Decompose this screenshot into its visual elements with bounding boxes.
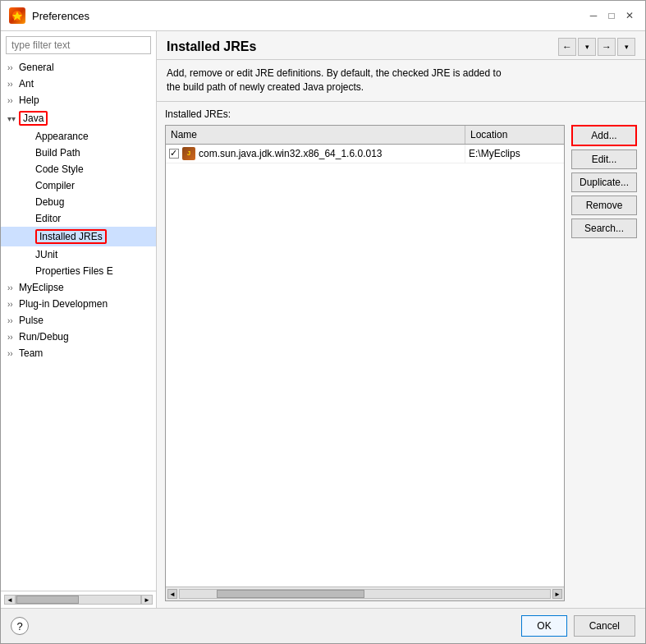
minimize-button[interactable]: ─ [586, 8, 601, 23]
right-toolbar: ← ▾ → ▾ [558, 38, 635, 56]
forward-button[interactable]: → [598, 38, 616, 56]
sidebar-item-ant[interactable]: › Ant [1, 76, 156, 92]
sidebar-item-label: MyEclipse [19, 282, 64, 293]
h-scroll-left[interactable]: ◄ [167, 589, 177, 599]
sidebar-item-label: Pulse [19, 315, 44, 326]
arrow-icon: › [7, 96, 16, 105]
sidebar-item-appearance[interactable]: › Appearance [1, 128, 156, 145]
jres-table-body: J com.sun.java.jdk.win32.x86_64_1.6.0.01… [166, 145, 564, 586]
edit-button[interactable]: Edit... [571, 150, 637, 169]
title-bar: Preferences ─ □ ✕ [1, 1, 645, 31]
sidebar-item-label: Run/Debug [19, 331, 69, 343]
back-dropdown-button[interactable]: ▾ [578, 38, 596, 56]
sidebar-item-compiler[interactable]: › Compiler [1, 177, 156, 194]
right-panel-title: Installed JREs [167, 39, 256, 54]
jres-area: Name Location J com.sun.java.jdk.win32.x… [165, 125, 637, 601]
arrow-icon: › [7, 333, 16, 342]
sidebar-item-installed-jres[interactable]: › Installed JREs [1, 227, 156, 246]
right-content: Installed JREs: Name Location J [157, 102, 645, 608]
jre-name-text: com.sun.java.jdk.win32.x86_64_1.6.0.013 [199, 148, 382, 159]
scroll-right-button[interactable]: ► [141, 595, 153, 605]
filter-input[interactable] [6, 36, 151, 54]
left-panel-scrollbar: ◄ ► [1, 591, 156, 608]
sidebar-item-editor[interactable]: › Editor [1, 210, 156, 227]
col-location: Location [465, 126, 564, 144]
scroll-thumb [16, 596, 79, 604]
sidebar-item-label: Properties Files E [35, 265, 113, 277]
table-row[interactable]: J com.sun.java.jdk.win32.x86_64_1.6.0.01… [166, 145, 564, 163]
sidebar-item-code-style[interactable]: › Code Style [1, 161, 156, 177]
sidebar-item-label: Code Style [35, 163, 84, 175]
sidebar-item-team[interactable]: › Team [1, 345, 156, 361]
forward-dropdown-button[interactable]: ▾ [617, 38, 635, 56]
scroll-track[interactable] [16, 595, 141, 605]
sidebar-item-label: Debug [35, 196, 64, 208]
sidebar-item-label: Installed JREs [35, 229, 107, 244]
left-panel: › General › Ant › Help ▾ Java [1, 31, 157, 608]
title-bar-left: Preferences [9, 7, 89, 24]
arrow-icon: › [7, 63, 16, 72]
sidebar-item-java[interactable]: ▾ Java [1, 108, 156, 128]
maximize-button[interactable]: □ [604, 8, 619, 23]
table-scrollbar: ◄ ► [166, 586, 564, 600]
sidebar-item-help[interactable]: › Help [1, 92, 156, 108]
app-icon [9, 7, 25, 24]
cancel-button[interactable]: Cancel [574, 615, 635, 637]
jre-icon: J [182, 147, 195, 160]
arrow-icon: › [7, 316, 16, 325]
jres-table: Name Location J com.sun.java.jdk.win32.x… [165, 125, 565, 601]
jres-action-buttons: Add... Edit... Duplicate... Remove Searc… [571, 125, 637, 601]
sidebar-item-label: Editor [35, 213, 61, 224]
sidebar-item-label: Compiler [35, 180, 75, 191]
sidebar-item-label: Help [19, 94, 39, 106]
sidebar-item-junit[interactable]: › JUnit [1, 246, 156, 263]
sidebar-item-build-path[interactable]: › Build Path [1, 145, 156, 161]
description-text: Add, remove or edit JRE definitions. By … [167, 67, 502, 93]
tree: › General › Ant › Help ▾ Java [1, 59, 156, 591]
search-button[interactable]: Search... [571, 218, 637, 238]
sidebar-item-pulse[interactable]: › Pulse [1, 312, 156, 329]
bottom-right: OK Cancel [521, 615, 635, 637]
right-panel: Installed JREs ← ▾ → ▾ Add, remove or ed… [157, 31, 645, 608]
col-name: Name [166, 126, 465, 144]
sidebar-item-run-debug[interactable]: › Run/Debug [1, 329, 156, 345]
right-header: Installed JREs ← ▾ → ▾ [157, 31, 645, 60]
h-scroll-right[interactable]: ► [552, 589, 562, 599]
preferences-dialog: Preferences ─ □ ✕ › General › Ant [0, 0, 646, 644]
sidebar-item-label: Team [19, 347, 43, 359]
bottom-bar: ? OK Cancel [1, 608, 645, 643]
sidebar-item-label: General [19, 62, 54, 73]
sidebar-item-label: JUnit [35, 249, 57, 260]
sidebar-item-debug[interactable]: › Debug [1, 194, 156, 210]
remove-button[interactable]: Remove [571, 196, 637, 215]
sidebar-item-label: Java [19, 111, 48, 126]
add-button[interactable]: Add... [571, 125, 637, 146]
sidebar-item-label: Ant [19, 78, 34, 90]
ok-button[interactable]: OK [521, 615, 566, 637]
jre-name-cell: J com.sun.java.jdk.win32.x86_64_1.6.0.01… [166, 145, 465, 163]
dialog-body: › General › Ant › Help ▾ Java [1, 31, 645, 608]
jre-checkbox[interactable] [169, 149, 179, 159]
duplicate-button[interactable]: Duplicate... [571, 172, 637, 192]
back-button[interactable]: ← [558, 38, 576, 56]
help-button[interactable]: ? [11, 617, 29, 635]
title-text: Preferences [32, 10, 89, 22]
sidebar-item-label: Build Path [35, 147, 80, 159]
sidebar-item-properties[interactable]: › Properties Files E [1, 263, 156, 279]
arrow-icon: › [7, 300, 16, 309]
bottom-left: ? [11, 617, 29, 635]
arrow-icon: › [7, 80, 16, 89]
installed-jres-label: Installed JREs: [165, 108, 637, 120]
title-controls: ─ □ ✕ [586, 8, 637, 23]
sidebar-item-label: Plug-in Developmen [19, 298, 108, 310]
scroll-left-button[interactable]: ◄ [4, 595, 16, 605]
sidebar-item-myeclipse[interactable]: › MyEclipse [1, 279, 156, 296]
sidebar-item-plugin-dev[interactable]: › Plug-in Developmen [1, 296, 156, 312]
sidebar-item-general[interactable]: › General [1, 59, 156, 76]
h-scroll-track[interactable] [179, 589, 551, 599]
close-button[interactable]: ✕ [622, 8, 637, 23]
arrow-icon: ▾ [7, 114, 16, 123]
jre-location-cell: E:\MyEclips [465, 145, 564, 162]
h-scroll-thumb [217, 590, 364, 598]
sidebar-item-label: Appearance [35, 131, 89, 142]
